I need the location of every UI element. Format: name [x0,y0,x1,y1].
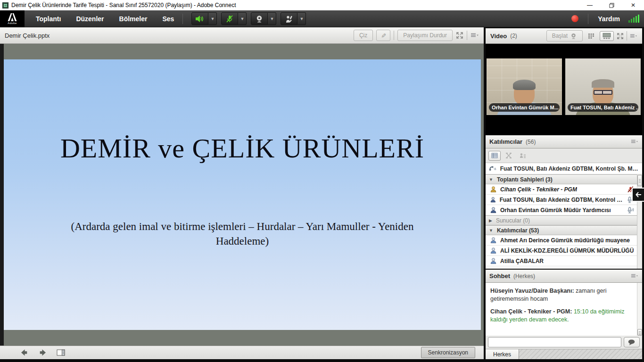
participants-pod-menu-button[interactable] [631,139,638,144]
video-pod-header: Video (2) Başlat [486,28,642,44]
chat-pod-title: Sohbet [489,272,510,280]
chat-pod-header: Sohbet (Herkes) [486,270,642,283]
close-button[interactable]: ✕ [622,0,644,10]
fullscreen-icon [617,33,624,40]
webcam-icon [570,33,577,39]
video-feed-name: Fuat TOSUN, Batı Akdeniz ... [568,103,638,112]
left-arrow-icon [635,192,642,197]
video-feed[interactable]: Fuat TOSUN, Batı Akdeniz ... [565,58,641,115]
pen-icon: ✎ [380,33,387,38]
restore-button[interactable] [601,0,622,10]
start-webcam-button[interactable]: Başlat [546,30,583,41]
person-status-icon [520,153,526,158]
stop-sharing-button[interactable]: Paylaşımı Durdur [397,30,453,41]
video-fullscreen-button[interactable] [617,33,624,40]
connection-status-icon[interactable] [628,15,639,23]
sidebar-toggle-button[interactable] [57,349,65,356]
grid-view-button[interactable] [586,31,597,41]
host-person-icon [490,186,496,192]
send-message-button[interactable] [624,337,640,347]
attendee-status-view-button[interactable] [517,151,529,161]
participant-row[interactable]: Orhan Evintan Gümrük Müdür Yardımcısı [486,205,637,215]
pod-menu-button[interactable] [471,33,479,38]
pod-menu-icon [630,33,637,39]
back-arrow-icon [21,349,30,356]
panel-collapse-handle[interactable] [632,188,644,202]
fullscreen-button[interactable] [456,32,463,39]
pod-menu-icon [631,139,638,144]
attendee-list-view-button[interactable] [488,151,501,161]
menu-duzenler[interactable]: Düzenler [76,15,104,23]
chat-pod-menu-button[interactable] [631,273,638,279]
participant-row[interactable]: Ahmet Arı Derince Gümrük müdürlüğü muaye… [486,235,637,246]
header-separator [394,31,394,40]
scrollbar-thumb[interactable] [637,175,642,186]
video-feed-name: Orhan Evintan Gümrük M... [489,103,560,112]
microphone-muted-icon [225,15,234,23]
draw-button[interactable]: Çiz [354,30,373,41]
chat-scrollbar[interactable] [637,283,642,336]
filmstrip-view-button[interactable] [600,31,614,41]
webcam-button[interactable] [251,12,268,25]
chat-input-row [486,336,642,349]
participants-pod: Katılımcılar (56) [486,135,642,269]
participant-row[interactable]: Cihan Çelik - Tekniker - PGM [486,184,637,195]
group-presenters[interactable]: ▶ Sunucular (0) [486,215,637,225]
adobe-logo: Adobe [0,10,25,27]
scrollbar-thumb[interactable] [637,329,642,336]
participant-row[interactable]: Atilla ÇABALAR [486,256,637,266]
menu-bolmeler[interactable]: Bölmeler [119,15,148,23]
record-indicator-icon [571,15,578,22]
microphone-button[interactable] [221,12,238,25]
forward-arrow-icon [37,349,46,356]
microphone-dropdown[interactable]: ▼ [238,12,247,25]
adobe-connect-window: Demir Çelik Ürünlerinde Tarife Tespiti -… [0,0,644,362]
minimize-button[interactable]: — [579,0,601,10]
collapse-triangle-icon: ▶ [489,218,492,223]
slide-title: DEMİR ve ÇELİK ÜRÜNLERİ [4,132,481,164]
phone-attendee-row[interactable]: Fuat TOSUN, Batı Akdeniz GDTBM, Kontrol … [486,163,642,174]
host-person-icon [490,207,496,213]
bottom-strip [0,359,644,362]
raise-hand-button[interactable] [281,12,297,25]
chat-scope: (Herkes) [513,273,535,280]
menu-ses[interactable]: Ses [162,15,174,23]
previous-slide-button[interactable] [21,349,30,356]
attendee-person-icon [490,258,496,264]
window-title: Demir Çelik Ürünlerinde Tarife Tespiti -… [11,2,236,8]
sync-button[interactable]: Senkronizasyon [421,347,475,358]
chat-tabbar: Herkes [486,349,642,359]
speaker-dropdown[interactable]: ▼ [208,12,217,25]
group-hosts[interactable]: ▼ Toplantı Sahipleri (3) [486,174,637,184]
pointer-button[interactable]: ✎ [376,30,390,41]
chat-message-list: Hüseyin Yavuz/Daire Başkanı: zamanı geri… [486,283,642,336]
menu-toplanti[interactable]: Toplantı [36,15,61,23]
participant-name: Cihan Çelik - Tekniker - PGM [500,186,577,193]
chat-input[interactable] [488,337,621,347]
chat-message: Hüseyin Yavuz/Daire Başkanı: zamanı geri… [490,287,636,303]
pod-menu-icon [471,33,479,38]
chat-tab-everyone[interactable]: Herkes [486,349,519,359]
video-feed[interactable]: Orhan Evintan Gümrük M... [487,58,562,115]
collapse-triangle-icon: ▼ [489,177,493,182]
stage-left-edge [0,44,4,346]
phone-attendee-name: Fuat TOSUN, Batı Akdeniz GDTBM, Kontrol … [500,165,639,172]
video-pod-menu-button[interactable] [630,33,637,39]
restore-icon [609,3,614,8]
video-count: (2) [510,33,517,39]
presentation-stage: DEMİR ve ÇELİK ÜRÜNLERİ (Ardarda gelen i… [0,44,484,346]
participant-name: Ahmet Arı Derince Gümrük müdürlüğü muaye… [500,237,630,244]
slide: DEMİR ve ÇELİK ÜRÜNLERİ (Ardarda gelen i… [4,59,481,330]
participants-count: (56) [526,139,536,145]
speaker-button[interactable] [191,12,208,25]
breakout-view-button[interactable] [503,151,515,161]
next-slide-button[interactable] [37,349,46,356]
participant-row[interactable]: Fuat TOSUN, Batı Akdeniz GDTBM, Kontrol … [486,195,637,205]
webcam-dropdown[interactable]: ▼ [268,12,276,25]
raise-hand-dropdown[interactable]: ▼ [297,12,306,25]
share-pod-header: Demir Çelik.pptx Çiz ✎ Paylaşımı Durdur [0,27,484,44]
right-panel: Video (2) Başlat [484,27,644,359]
group-participants[interactable]: ▼ Katılımcılar (53) [486,225,637,235]
participant-row[interactable]: ALİ KEKLİK-KDZ.EREĞLİ GÜMRÜK MÜDÜRLÜĞÜ [486,246,637,256]
help-menu[interactable]: Yardım [598,15,620,23]
